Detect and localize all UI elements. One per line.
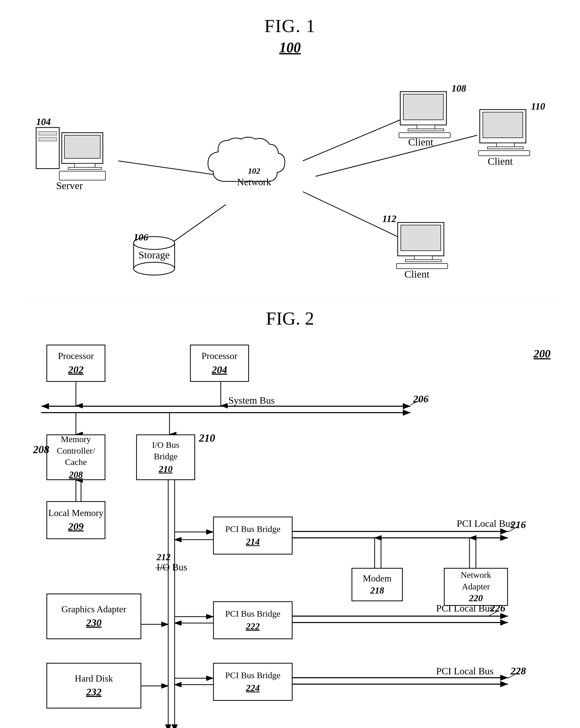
svg-marker-52 xyxy=(403,403,411,409)
svg-marker-97 xyxy=(500,675,508,681)
local-memory-label: Local Memory xyxy=(49,507,104,519)
pci-bridge2-box: PCI Bus Bridge 222 xyxy=(213,601,293,639)
svg-point-18 xyxy=(134,262,175,275)
io-bus-bridge-box: I/O BusBridge 210 xyxy=(136,435,195,480)
io-bus-bridge-label: I/O BusBridge xyxy=(152,439,179,462)
pci-bridge1-box: PCI Bus Bridge 214 xyxy=(213,517,293,554)
svg-text:Client: Client xyxy=(488,156,513,167)
processor2-ref: 204 xyxy=(212,363,227,376)
hard-disk-label: Hard Disk xyxy=(75,673,113,685)
svg-rect-38 xyxy=(401,225,441,251)
fig1-ref: 100 xyxy=(21,39,559,56)
hard-disk-box: Hard Disk 232 xyxy=(47,663,141,708)
mem-controller-box: MemoryController/Cache 208 xyxy=(47,435,105,480)
svg-marker-53 xyxy=(403,410,411,416)
svg-rect-41 xyxy=(396,263,448,269)
svg-marker-74 xyxy=(500,528,508,535)
svg-text:Server: Server xyxy=(56,180,83,191)
svg-line-2 xyxy=(303,120,400,161)
network-adapter-box: NetworkAdapter 220 xyxy=(444,568,508,606)
processor1-label: Processor xyxy=(58,350,94,362)
fig1-svg: 102 Network 104 Server xyxy=(21,63,559,333)
fig2-title: FIG. 2 xyxy=(21,308,559,329)
pci-bridge2-label: PCI Bus Bridge xyxy=(225,608,280,620)
svg-rect-40 xyxy=(405,260,441,262)
svg-rect-10 xyxy=(68,167,102,170)
mem-ref-label: 208 xyxy=(33,443,49,456)
svg-rect-39 xyxy=(414,256,432,260)
fig2-section: FIG. 2 xyxy=(21,308,559,728)
io-bus-bridge-ref: 210 xyxy=(159,463,172,475)
svg-rect-26 xyxy=(408,129,444,131)
svg-rect-34 xyxy=(478,151,530,156)
svg-rect-31 xyxy=(483,112,523,138)
mem-controller-label: MemoryController/Cache xyxy=(57,434,95,468)
svg-text:Client: Client xyxy=(408,136,433,148)
svg-rect-24 xyxy=(403,94,443,120)
fig1-title: FIG. 1 xyxy=(21,16,559,37)
network-adapter-ref: 220 xyxy=(469,592,483,604)
fig2-diagram: 200 System Bus 206 xyxy=(21,337,559,728)
svg-text:PCI Local Bus: PCI Local Bus xyxy=(457,518,514,529)
svg-rect-32 xyxy=(496,143,514,147)
svg-rect-8 xyxy=(64,135,100,158)
svg-marker-51 xyxy=(41,403,49,409)
fig1-diagram: 102 Network 104 Server xyxy=(21,63,559,333)
svg-rect-14 xyxy=(59,171,105,180)
svg-text:228: 228 xyxy=(510,665,526,677)
pci-bridge3-box: PCI Bus Bridge 224 xyxy=(213,663,293,701)
graphics-adapter-label: Graphics Adapter xyxy=(61,603,127,615)
svg-marker-98 xyxy=(500,681,508,687)
svg-marker-66 xyxy=(171,724,178,728)
pci-bridge3-ref: 224 xyxy=(246,682,260,694)
modem-label: Modem xyxy=(363,572,391,584)
iobridge-ref-label: 210 xyxy=(199,432,215,444)
fig1-section: FIG. 1 100 xyxy=(21,16,559,298)
svg-text:System Bus: System Bus xyxy=(228,395,275,406)
modem-ref: 218 xyxy=(370,584,384,597)
modem-box: Modem 218 xyxy=(352,568,403,601)
svg-text:I/O Bus: I/O Bus xyxy=(157,562,187,572)
svg-text:212: 212 xyxy=(157,552,170,562)
svg-marker-87 xyxy=(500,613,508,619)
pci-bridge2-ref: 222 xyxy=(246,621,260,632)
svg-text:Network: Network xyxy=(237,177,271,187)
svg-text:112: 112 xyxy=(382,213,396,224)
graphics-adapter-box: Graphics Adapter 230 xyxy=(47,594,141,639)
processor1-ref: 202 xyxy=(68,363,84,376)
processor2-box: Processor 204 xyxy=(190,345,249,382)
svg-text:Storage: Storage xyxy=(138,249,170,261)
local-memory-ref: 209 xyxy=(68,520,84,533)
svg-text:Client: Client xyxy=(404,268,430,280)
svg-marker-65 xyxy=(165,724,171,728)
processor1-box: Processor 202 xyxy=(47,345,105,382)
svg-text:104: 104 xyxy=(36,116,51,127)
svg-rect-9 xyxy=(75,163,95,167)
svg-marker-88 xyxy=(500,620,508,626)
svg-rect-12 xyxy=(39,131,57,135)
svg-rect-25 xyxy=(417,125,435,129)
pci-bridge1-label: PCI Bus Bridge xyxy=(225,523,280,535)
pci-bridge3-label: PCI Bus Bridge xyxy=(225,670,280,681)
processor2-label: Processor xyxy=(201,350,238,362)
graphics-adapter-ref: 230 xyxy=(86,616,102,629)
hard-disk-ref: 232 xyxy=(86,685,102,699)
page: FIG. 1 100 xyxy=(0,0,580,728)
svg-rect-33 xyxy=(488,147,523,149)
svg-text:PCI Local Bus: PCI Local Bus xyxy=(436,666,494,676)
network-adapter-label: NetworkAdapter xyxy=(461,569,491,592)
svg-text:106: 106 xyxy=(134,232,148,242)
local-memory-box: Local Memory 209 xyxy=(47,501,105,539)
svg-text:110: 110 xyxy=(531,101,545,112)
svg-line-3 xyxy=(315,135,477,176)
svg-text:206: 206 xyxy=(413,393,429,405)
svg-marker-75 xyxy=(500,535,508,541)
mem-controller-ref: 208 xyxy=(69,469,83,481)
svg-rect-13 xyxy=(39,137,57,141)
svg-text:108: 108 xyxy=(451,83,466,94)
pci-bridge1-ref: 214 xyxy=(246,536,260,548)
svg-text:200: 200 xyxy=(533,347,551,360)
svg-text:102: 102 xyxy=(248,166,260,176)
